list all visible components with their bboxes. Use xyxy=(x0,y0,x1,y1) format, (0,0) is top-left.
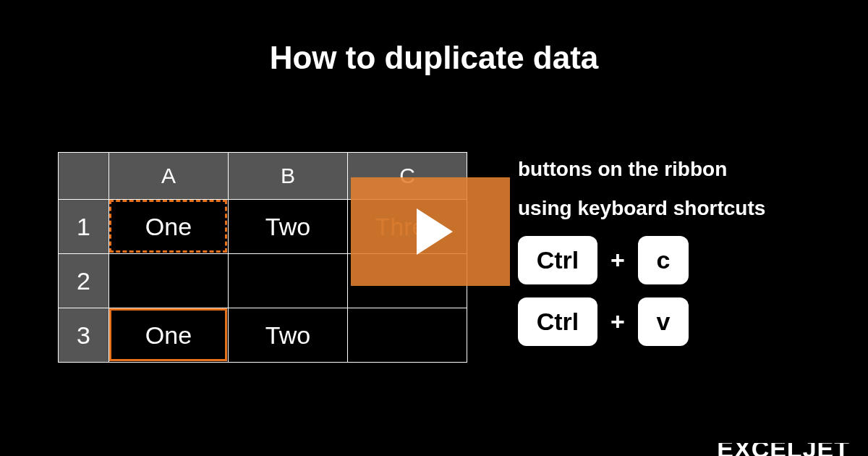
cell-a1[interactable]: One xyxy=(109,200,229,254)
cell-c3[interactable] xyxy=(348,308,467,363)
page-title: How to duplicate data xyxy=(0,0,868,76)
cell-b2[interactable] xyxy=(229,254,348,308)
tip-line-1: buttons on the ribbon xyxy=(518,158,765,181)
cell-b1[interactable]: Two xyxy=(229,200,348,254)
tips-panel: buttons on the ribbon using keyboard sho… xyxy=(518,152,765,363)
col-header-a[interactable]: A xyxy=(109,153,229,200)
play-button[interactable] xyxy=(351,177,510,286)
cell-a2[interactable] xyxy=(109,254,229,308)
row-header-3[interactable]: 3 xyxy=(59,308,109,363)
row-header-1[interactable]: 1 xyxy=(59,200,109,254)
key-c: c xyxy=(638,236,689,284)
row-header-2[interactable]: 2 xyxy=(59,254,109,308)
plus-icon: + xyxy=(610,308,625,336)
cell-a3[interactable]: One xyxy=(109,308,229,363)
key-ctrl: Ctrl xyxy=(518,236,597,284)
col-header-b[interactable]: B xyxy=(229,153,348,200)
brand-logo: EXCELJET xyxy=(717,443,850,456)
tip-line-2: using keyboard shortcuts xyxy=(518,197,765,220)
grid-corner xyxy=(59,153,109,200)
key-v: v xyxy=(638,297,689,346)
shortcut-copy: Ctrl + c xyxy=(518,236,765,284)
plus-icon: + xyxy=(610,246,625,274)
shortcut-paste: Ctrl + v xyxy=(518,297,765,346)
key-ctrl: Ctrl xyxy=(518,297,597,346)
play-icon xyxy=(417,208,453,255)
cell-b3[interactable]: Two xyxy=(229,308,348,363)
